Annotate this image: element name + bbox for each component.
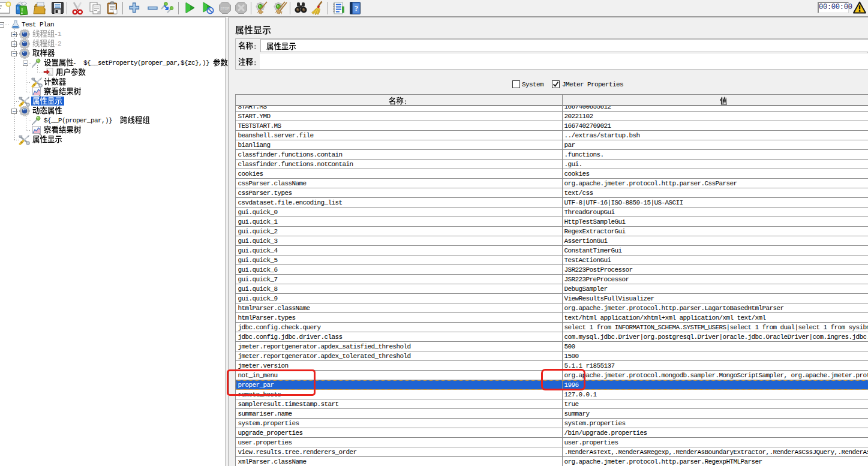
svg-text:STOP: STOP [220, 7, 229, 10]
svg-text:?: ? [355, 4, 359, 13]
